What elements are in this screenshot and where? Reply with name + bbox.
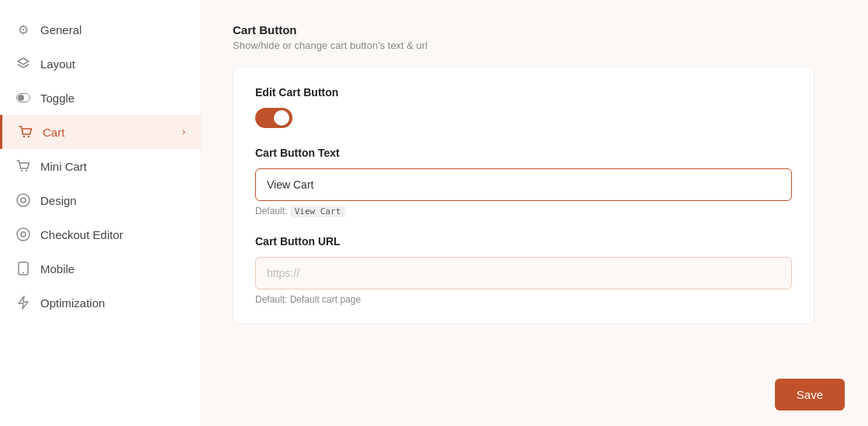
cart-button-url-label: Cart Button URL [255, 235, 792, 248]
chevron-right-icon: › [182, 126, 185, 137]
gear-icon [16, 22, 31, 37]
svg-point-6 [17, 194, 29, 206]
sidebar-item-design[interactable]: Design [0, 183, 201, 217]
mini-cart-icon [16, 158, 31, 174]
sidebar-item-layout[interactable]: Layout [0, 47, 201, 81]
cart-button-url-input[interactable] [255, 257, 792, 289]
sidebar-item-label: Design [40, 194, 77, 207]
svg-point-11 [22, 272, 24, 274]
svg-point-4 [21, 170, 22, 171]
edit-cart-button-section: Edit Cart Button [255, 86, 792, 128]
toggle-icon [16, 90, 31, 106]
section-desc: Show/hide or change cart button's text &… [233, 40, 837, 51]
sidebar-item-label: Cart [43, 126, 64, 139]
sidebar-item-optimization[interactable]: Optimization [0, 286, 201, 320]
sidebar-item-label: Optimization [40, 296, 105, 310]
sidebar-item-label: Mini Cart [40, 160, 87, 173]
main-content: Cart Button Show/hide or change cart but… [202, 0, 868, 426]
sidebar-item-label: Checkout Editor [40, 228, 123, 241]
layers-icon [16, 56, 31, 71]
sidebar-item-mini-cart[interactable]: Mini Cart [0, 149, 201, 183]
cart-button-text-default: Default: View Cart [255, 206, 792, 216]
cart-button-text-default-code: View Cart [290, 206, 346, 217]
edit-cart-button-label: Edit Cart Button [255, 86, 792, 99]
cart-button-text-label: Cart Button Text [255, 147, 792, 159]
mobile-icon [16, 261, 31, 276]
cart-button-url-section: Cart Button URL Default: Default cart pa… [255, 235, 792, 305]
cart-button-card: Edit Cart Button Cart Button Text Defaul… [233, 67, 814, 324]
design-icon [16, 192, 31, 208]
checkout-editor-icon [16, 227, 31, 242]
edit-cart-button-toggle[interactable] [255, 108, 292, 128]
save-button[interactable]: Save [775, 379, 845, 410]
section-header: Cart Button Show/hide or change cart but… [233, 23, 837, 51]
sidebar-item-label: Toggle [40, 92, 74, 105]
sidebar-item-general[interactable]: General [0, 12, 201, 47]
bolt-icon [16, 295, 31, 310]
cart-button-text-input[interactable] [255, 168, 792, 201]
cart-button-text-section: Cart Button Text Default: View Cart [255, 147, 792, 216]
svg-point-5 [26, 170, 27, 171]
svg-point-2 [23, 136, 25, 137]
svg-point-7 [21, 198, 26, 203]
sidebar: General Layout Toggle Cart › [0, 0, 202, 426]
sidebar-item-checkout-editor[interactable]: Checkout Editor [0, 217, 201, 251]
sidebar-item-cart[interactable]: Cart › [0, 115, 201, 149]
cart-icon [18, 124, 33, 140]
save-button-wrap: Save [775, 379, 845, 410]
toggle-wrap [255, 108, 792, 128]
svg-point-1 [18, 95, 24, 101]
sidebar-item-label: Mobile [40, 262, 74, 275]
sidebar-item-label: Layout [40, 57, 75, 71]
sidebar-item-mobile[interactable]: Mobile [0, 251, 201, 286]
svg-point-9 [21, 232, 26, 237]
svg-point-8 [17, 228, 29, 241]
sidebar-item-toggle[interactable]: Toggle [0, 81, 201, 115]
cart-button-url-default: Default: Default cart page [255, 294, 792, 305]
sidebar-item-label: General [40, 23, 81, 36]
svg-point-3 [28, 136, 29, 137]
section-title: Cart Button [233, 23, 837, 36]
